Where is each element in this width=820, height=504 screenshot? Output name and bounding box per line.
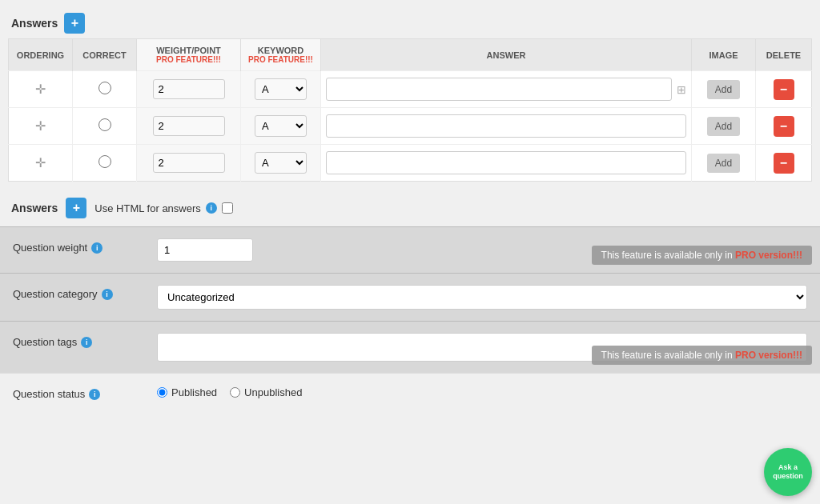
status-published-label: Published — [171, 386, 217, 398]
answers-bottom-label: Answers — [11, 202, 58, 214]
cell-correct-0 — [73, 71, 137, 108]
status-unpublished-radio[interactable] — [230, 387, 240, 398]
html-info-icon[interactable]: i — [206, 202, 217, 214]
tags-info-icon[interactable]: i — [81, 337, 92, 348]
question-status-label: Question status i — [13, 385, 141, 400]
col-header-image: IMAGE — [692, 39, 756, 71]
question-weight-input[interactable] — [157, 238, 253, 262]
delete-btn-2[interactable]: − — [774, 153, 794, 174]
correct-radio-2[interactable] — [98, 155, 111, 168]
add-answer-top-button[interactable]: + — [64, 13, 85, 34]
correct-radio-0[interactable] — [98, 82, 111, 94]
cell-keyword-0: ABCD — [241, 71, 321, 108]
cell-weight-0 — [137, 71, 241, 108]
weight-input-0[interactable] — [153, 79, 225, 99]
correct-radio-1[interactable] — [98, 118, 111, 131]
cell-answer-1 — [321, 108, 692, 145]
cell-image-0: Add — [692, 71, 756, 108]
category-info-icon[interactable]: i — [102, 289, 113, 300]
cell-weight-2 — [137, 145, 241, 182]
add-image-btn-2[interactable]: Add — [707, 154, 740, 173]
cell-ordering-2: ✛ — [9, 145, 73, 182]
cell-keyword-1: ABCD — [241, 108, 321, 145]
cell-correct-2 — [73, 145, 137, 182]
keyword-select-2[interactable]: ABCD — [255, 152, 307, 174]
col-header-ordering: ORDERING — [9, 39, 73, 71]
cell-answer-2 — [321, 145, 692, 182]
col-header-answer: ANSWER — [321, 39, 692, 71]
weight-input-1[interactable] — [153, 116, 225, 136]
answer-input-0[interactable] — [326, 78, 672, 101]
col-header-keyword: KEYWORD PRO Feature!!! — [241, 39, 321, 71]
answers-top-label: Answers — [11, 17, 58, 30]
html-label-text: Use HTML for answers — [94, 202, 200, 214]
weight-info-icon[interactable]: i — [91, 242, 102, 254]
status-options: Published Unpublished — [157, 386, 302, 398]
question-weight-section: Question weight i This feature is availa… — [0, 226, 820, 273]
cell-image-2: Add — [692, 145, 756, 182]
table-header-row: ORDERING CORRECT WEIGHT/POINT PRO Featur… — [9, 39, 812, 71]
table-row: ✛ABCDAdd− — [9, 108, 812, 145]
ask-bubble-text: Ask a question — [764, 463, 812, 481]
col-header-correct: CORRECT — [73, 39, 137, 71]
delete-btn-1[interactable]: − — [774, 116, 794, 137]
drag-icon-1[interactable]: ✛ — [35, 119, 46, 133]
keyword-select-0[interactable]: ABCD — [255, 78, 307, 100]
html-label-container: Use HTML for answers i — [94, 202, 232, 214]
drag-icon-0[interactable]: ✛ — [35, 82, 46, 96]
status-published-radio[interactable] — [157, 387, 167, 398]
question-status-section: Question status i Published Unpublished — [0, 373, 820, 411]
question-tags-section: Question tags i This feature is availabl… — [0, 321, 820, 373]
status-published-option[interactable]: Published — [157, 386, 217, 398]
cell-weight-1 — [137, 108, 241, 145]
add-image-btn-0[interactable]: Add — [707, 80, 740, 99]
answers-top-header: Answers + — [8, 8, 812, 38]
question-status-row: Question status i Published Unpublished — [13, 385, 807, 400]
status-unpublished-label: Unpublished — [244, 386, 302, 398]
col-header-weight: WEIGHT/POINT PRO Feature!!! — [137, 39, 241, 71]
add-image-btn-1[interactable]: Add — [707, 117, 740, 136]
col-header-delete: DELETE — [756, 39, 812, 71]
question-weight-label: Question weight i — [13, 238, 141, 254]
add-answer-bottom-button[interactable]: + — [66, 198, 86, 218]
tags-pro-notice: This feature is available only in PRO ve… — [592, 346, 812, 365]
ask-question-bubble[interactable]: Ask a question — [764, 448, 812, 496]
keyword-select-1[interactable]: ABCD — [255, 115, 307, 137]
status-info-icon[interactable]: i — [89, 389, 100, 400]
answers-table: ORDERING CORRECT WEIGHT/POINT PRO Featur… — [8, 38, 812, 182]
cell-delete-2: − — [756, 145, 812, 182]
status-unpublished-option[interactable]: Unpublished — [230, 386, 302, 398]
cell-delete-1: − — [756, 108, 812, 145]
cell-ordering-0: ✛ — [9, 71, 73, 108]
answer-input-2[interactable] — [326, 151, 686, 174]
question-category-label: Question category i — [13, 285, 141, 300]
cell-ordering-1: ✛ — [9, 108, 73, 145]
drag-icon-2[interactable]: ✛ — [35, 156, 46, 170]
cell-keyword-2: ABCD — [241, 145, 321, 182]
delete-btn-0[interactable]: − — [774, 79, 794, 100]
cell-delete-0: − — [756, 71, 812, 108]
question-category-section: Question category i Uncategorized — [0, 273, 820, 321]
weight-input-2[interactable] — [153, 153, 225, 173]
question-category-control: Uncategorized — [157, 285, 807, 310]
cell-answer-0: ⊞ — [321, 71, 692, 108]
grid-icon-0: ⊞ — [677, 83, 686, 96]
html-checkbox[interactable] — [222, 202, 233, 214]
category-select[interactable]: Uncategorized — [157, 285, 807, 310]
cell-correct-1 — [73, 108, 137, 145]
question-category-row: Question category i Uncategorized — [13, 285, 807, 310]
table-row: ✛ABCD⊞Add− — [9, 71, 812, 108]
table-row: ✛ABCDAdd− — [9, 145, 812, 182]
question-tags-label: Question tags i — [13, 333, 141, 348]
weight-pro-notice: This feature is available only in PRO ve… — [592, 246, 812, 265]
answer-input-1[interactable] — [326, 114, 686, 138]
cell-image-1: Add — [692, 108, 756, 145]
answers-bottom-footer: Answers + Use HTML for answers i — [8, 190, 812, 226]
